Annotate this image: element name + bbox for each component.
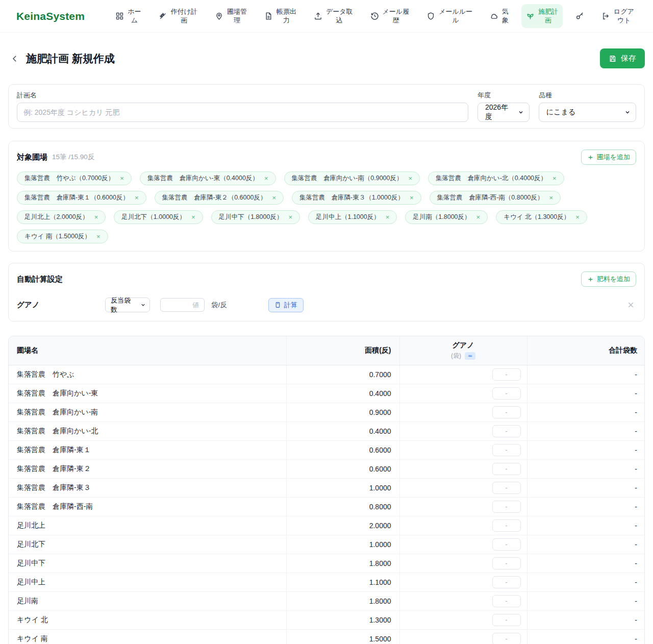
calculate-button[interactable]: 計算 — [268, 298, 304, 312]
calc-mode-value: 反当袋数 — [111, 296, 136, 314]
approx-toggle-badge[interactable]: ≃ — [465, 352, 475, 360]
chip-remove-icon[interactable]: × — [408, 175, 412, 182]
chip-remove-icon[interactable]: × — [288, 214, 292, 220]
table-row: 集落営農 倉庫向かい-南 0.9000 - — [9, 403, 645, 422]
field-chip: キウイ 南（1.5000反） × — [17, 230, 108, 243]
area-cell: 1.5000 — [286, 629, 399, 644]
nav-item-mail-history[interactable]: メール履 歴 — [366, 4, 414, 29]
chip-remove-icon[interactable]: × — [410, 194, 414, 201]
total-bags-cell: - — [527, 459, 645, 478]
plan-name-input[interactable] — [17, 103, 468, 122]
guano-bags-input[interactable] — [492, 595, 521, 607]
document-icon — [264, 12, 273, 20]
chip-remove-icon[interactable]: × — [272, 194, 276, 201]
variety-select-value: にこまる — [546, 108, 620, 117]
total-bags-cell: - — [527, 422, 645, 440]
nav-item-weather[interactable]: 気 象 — [485, 4, 513, 29]
nav-item-fertilization-plan[interactable]: 施肥計 画 — [521, 4, 563, 29]
nav-item-field-management[interactable]: 圃場管 理 — [210, 4, 252, 29]
total-bags-cell: - — [527, 440, 645, 459]
area-cell: 1.8000 — [286, 554, 399, 573]
guano-bags-input[interactable] — [492, 368, 521, 381]
wheat-icon — [159, 12, 167, 20]
calc-mode-select[interactable]: 反当袋数 — [105, 298, 150, 312]
guano-cell — [399, 459, 527, 478]
guano-cell — [399, 629, 527, 644]
nav-item-report-output[interactable]: 帳票出 力 — [260, 4, 301, 29]
variety-select[interactable]: にこまる — [539, 103, 636, 122]
guano-bags-input[interactable] — [492, 463, 521, 475]
guano-bags-input[interactable] — [492, 387, 521, 400]
field-chip: 集落営農 倉庫向かい-東（0.4000反） × — [140, 171, 276, 185]
field-chip: 集落営農 倉庫隣-東３（1.0000反） × — [292, 191, 421, 205]
table-row: キウイ 北 1.3000 - — [9, 610, 645, 629]
guano-cell — [399, 478, 527, 497]
total-bags-cell: - — [527, 403, 645, 422]
sprout-icon — [526, 12, 535, 20]
total-bags-cell: - — [527, 365, 645, 384]
year-label: 年度 — [478, 91, 530, 100]
area-cell: 0.6000 — [286, 440, 399, 459]
chevron-down-icon — [140, 302, 146, 308]
field-chip-label: 集落営農 倉庫隣-西-南（0.8000反） — [437, 193, 544, 202]
fertilizer-name: グアノ — [17, 300, 105, 310]
field-chip: キウイ 北（1.3000反） × — [496, 210, 587, 224]
nav-item-logout[interactable]: ログア ウト — [597, 4, 639, 29]
nav-label: ログア ウト — [614, 8, 634, 25]
save-button[interactable]: 保存 — [600, 48, 645, 68]
chip-remove-icon[interactable]: × — [476, 214, 481, 220]
nav-item-key[interactable] — [571, 8, 589, 24]
nav-label: 施肥計 画 — [538, 8, 558, 25]
field-chip-label: 足川中下（1.8000反） — [219, 213, 283, 221]
remove-fertilizer-icon[interactable] — [626, 301, 635, 309]
chip-remove-icon[interactable]: × — [386, 214, 390, 220]
field-name-cell: 足川中上 — [9, 573, 286, 591]
chip-remove-icon[interactable]: × — [552, 175, 557, 182]
guano-cell — [399, 516, 527, 535]
total-bags-cell: - — [527, 535, 645, 554]
nav-item-home[interactable]: ホー ム — [111, 4, 145, 29]
guano-bags-input[interactable] — [492, 425, 521, 437]
field-name-cell: 足川南 — [9, 591, 286, 610]
guano-bags-input[interactable] — [492, 633, 521, 644]
calc-value-input[interactable] — [160, 298, 205, 312]
chip-remove-icon[interactable]: × — [120, 175, 124, 182]
nav-item-data-import[interactable]: データ取 込 — [309, 4, 358, 29]
guano-cell — [399, 365, 527, 384]
nav-menu: ホー ム 作付け計 画 圃場管 理 帳票出 力 データ取 込 — [111, 4, 639, 29]
add-field-button[interactable]: 圃場を追加 — [581, 150, 636, 165]
guano-bags-input[interactable] — [492, 482, 521, 494]
field-chip-label: 足川中上（1.1000反） — [316, 213, 380, 221]
guano-bags-input[interactable] — [492, 576, 521, 588]
guano-bags-input[interactable] — [492, 519, 521, 532]
chip-remove-icon[interactable]: × — [191, 214, 195, 220]
plus-icon — [587, 276, 594, 283]
guano-bags-input[interactable] — [492, 501, 521, 513]
guano-bags-input[interactable] — [492, 557, 521, 569]
field-chip: 足川中下（1.8000反） × — [211, 210, 300, 224]
chip-remove-icon[interactable]: × — [135, 194, 139, 201]
field-chip-label: 集落営農 倉庫向かい-東（0.4000反） — [147, 174, 259, 183]
back-button[interactable] — [10, 54, 19, 63]
guano-bags-input[interactable] — [492, 406, 521, 418]
nav-item-cropping-plan[interactable]: 作付け計 画 — [154, 4, 202, 29]
chip-remove-icon[interactable]: × — [96, 233, 101, 240]
fertilizer-calc-row: グアノ 反当袋数 袋/反 計算 — [17, 298, 636, 312]
chip-remove-icon[interactable]: × — [94, 214, 98, 220]
history-icon — [370, 12, 379, 20]
page-header: 施肥計画 新規作成 保存 — [8, 33, 645, 84]
guano-bags-input[interactable] — [492, 614, 521, 626]
plan-name-label: 計画名 — [17, 91, 468, 100]
guano-cell — [399, 384, 527, 403]
chip-remove-icon[interactable]: × — [549, 194, 554, 201]
guano-bags-input[interactable] — [492, 538, 521, 551]
add-fertilizer-button[interactable]: 肥料を追加 — [581, 271, 636, 287]
chip-remove-icon[interactable]: × — [264, 175, 268, 182]
target-fields-title: 対象圃場 — [17, 153, 47, 162]
nav-item-mail-rules[interactable]: メールルー ル — [422, 4, 477, 29]
guano-bags-input[interactable] — [492, 444, 521, 456]
year-select[interactable]: 2026年度 — [478, 103, 530, 122]
chip-remove-icon[interactable]: × — [575, 214, 580, 220]
area-cell: 0.4000 — [286, 422, 399, 440]
guano-cell — [399, 591, 527, 610]
